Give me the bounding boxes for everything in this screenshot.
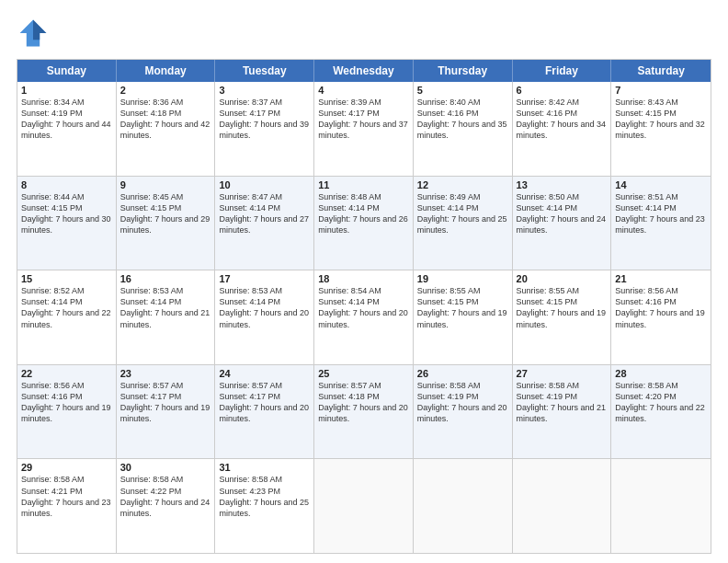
day-number: 7	[615, 85, 707, 96]
day-cell-26: 26Sunrise: 8:58 AMSunset: 4:19 PMDayligh…	[414, 365, 513, 459]
day-cell-28: 28Sunrise: 8:58 AMSunset: 4:20 PMDayligh…	[611, 365, 711, 459]
cell-info: Sunrise: 8:43 AMSunset: 4:15 PMDaylight:…	[615, 97, 707, 142]
day-cell-11: 11Sunrise: 8:48 AMSunset: 4:14 PMDayligh…	[314, 177, 414, 270]
day-cell-14: 14Sunrise: 8:51 AMSunset: 4:14 PMDayligh…	[611, 177, 711, 270]
day-cell-10: 10Sunrise: 8:47 AMSunset: 4:14 PMDayligh…	[215, 177, 314, 270]
cell-info: Sunrise: 8:39 AMSunset: 4:17 PMDaylight:…	[318, 97, 409, 142]
cell-info: Sunrise: 8:57 AMSunset: 4:18 PMDaylight:…	[318, 380, 409, 425]
day-cell-18: 18Sunrise: 8:54 AMSunset: 4:14 PMDayligh…	[314, 270, 414, 364]
day-number: 10	[219, 179, 310, 190]
day-number: 16	[120, 273, 211, 284]
header-day-saturday: Saturday	[611, 60, 711, 82]
cell-info: Sunrise: 8:58 AMSunset: 4:19 PMDaylight:…	[417, 380, 508, 425]
calendar: SundayMondayTuesdayWednesdayThursdayFrid…	[17, 59, 711, 554]
week-row-2: 8Sunrise: 8:44 AMSunset: 4:15 PMDaylight…	[17, 176, 711, 270]
header-day-friday: Friday	[513, 60, 612, 82]
day-cell-3: 3Sunrise: 8:37 AMSunset: 4:17 PMDaylight…	[215, 82, 314, 176]
cell-info: Sunrise: 8:57 AMSunset: 4:17 PMDaylight:…	[219, 380, 310, 425]
calendar-body: 1Sunrise: 8:34 AMSunset: 4:19 PMDaylight…	[17, 82, 711, 553]
logo	[17, 17, 53, 50]
day-number: 29	[21, 462, 112, 473]
cell-info: Sunrise: 8:44 AMSunset: 4:15 PMDaylight:…	[21, 191, 112, 236]
empty-cell-4-4	[414, 459, 513, 553]
day-cell-8: 8Sunrise: 8:44 AMSunset: 4:15 PMDaylight…	[17, 177, 117, 270]
day-cell-27: 27Sunrise: 8:58 AMSunset: 4:19 PMDayligh…	[513, 365, 612, 459]
day-number: 28	[615, 368, 707, 379]
day-number: 21	[615, 273, 707, 284]
cell-info: Sunrise: 8:47 AMSunset: 4:14 PMDaylight:…	[219, 191, 310, 236]
day-cell-29: 29Sunrise: 8:58 AMSunset: 4:21 PMDayligh…	[17, 459, 117, 553]
header-day-thursday: Thursday	[414, 60, 513, 82]
cell-info: Sunrise: 8:37 AMSunset: 4:17 PMDaylight:…	[219, 97, 310, 142]
day-number: 27	[517, 368, 608, 379]
day-cell-19: 19Sunrise: 8:55 AMSunset: 4:15 PMDayligh…	[414, 270, 513, 364]
day-number: 22	[21, 368, 112, 379]
cell-info: Sunrise: 8:57 AMSunset: 4:17 PMDaylight:…	[120, 380, 211, 425]
day-number: 20	[517, 273, 608, 284]
cell-info: Sunrise: 8:48 AMSunset: 4:14 PMDaylight:…	[318, 191, 409, 236]
empty-cell-4-6	[611, 459, 711, 553]
day-number: 6	[517, 85, 608, 96]
day-number: 9	[120, 179, 211, 190]
cell-info: Sunrise: 8:34 AMSunset: 4:19 PMDaylight:…	[21, 97, 112, 142]
cell-info: Sunrise: 8:54 AMSunset: 4:14 PMDaylight:…	[318, 285, 409, 330]
day-number: 31	[219, 462, 310, 473]
day-number: 18	[318, 273, 409, 284]
cell-info: Sunrise: 8:52 AMSunset: 4:14 PMDaylight:…	[21, 285, 112, 330]
day-cell-20: 20Sunrise: 8:55 AMSunset: 4:15 PMDayligh…	[513, 270, 612, 364]
svg-marker-1	[33, 20, 46, 40]
week-row-1: 1Sunrise: 8:34 AMSunset: 4:19 PMDaylight…	[17, 82, 711, 176]
cell-info: Sunrise: 8:58 AMSunset: 4:23 PMDaylight:…	[219, 474, 310, 519]
header-day-tuesday: Tuesday	[215, 60, 314, 82]
week-row-3: 15Sunrise: 8:52 AMSunset: 4:14 PMDayligh…	[17, 270, 711, 364]
cell-info: Sunrise: 8:36 AMSunset: 4:18 PMDaylight:…	[120, 97, 211, 142]
day-number: 8	[21, 179, 112, 190]
cell-info: Sunrise: 8:42 AMSunset: 4:16 PMDaylight:…	[517, 97, 608, 142]
day-cell-30: 30Sunrise: 8:58 AMSunset: 4:22 PMDayligh…	[117, 459, 216, 553]
day-number: 14	[615, 179, 707, 190]
day-cell-2: 2Sunrise: 8:36 AMSunset: 4:18 PMDaylight…	[117, 82, 216, 176]
cell-info: Sunrise: 8:56 AMSunset: 4:16 PMDaylight:…	[21, 380, 112, 425]
day-number: 5	[417, 85, 508, 96]
day-cell-13: 13Sunrise: 8:50 AMSunset: 4:14 PMDayligh…	[513, 177, 612, 270]
week-row-4: 22Sunrise: 8:56 AMSunset: 4:16 PMDayligh…	[17, 364, 711, 459]
cell-info: Sunrise: 8:55 AMSunset: 4:15 PMDaylight:…	[417, 285, 508, 330]
day-cell-21: 21Sunrise: 8:56 AMSunset: 4:16 PMDayligh…	[611, 270, 711, 364]
day-number: 24	[219, 368, 310, 379]
day-cell-9: 9Sunrise: 8:45 AMSunset: 4:15 PMDaylight…	[117, 177, 216, 270]
cell-info: Sunrise: 8:58 AMSunset: 4:20 PMDaylight:…	[615, 380, 707, 425]
cell-info: Sunrise: 8:40 AMSunset: 4:16 PMDaylight:…	[417, 97, 508, 142]
day-number: 1	[21, 85, 112, 96]
day-cell-25: 25Sunrise: 8:57 AMSunset: 4:18 PMDayligh…	[314, 365, 414, 459]
header-day-wednesday: Wednesday	[314, 60, 414, 82]
logo-icon	[17, 17, 50, 50]
calendar-header: SundayMondayTuesdayWednesdayThursdayFrid…	[17, 60, 711, 82]
day-number: 2	[120, 85, 211, 96]
header-day-sunday: Sunday	[17, 60, 117, 82]
empty-cell-4-5	[513, 459, 612, 553]
cell-info: Sunrise: 8:51 AMSunset: 4:14 PMDaylight:…	[615, 191, 707, 236]
day-number: 15	[21, 273, 112, 284]
cell-info: Sunrise: 8:45 AMSunset: 4:15 PMDaylight:…	[120, 191, 211, 236]
day-number: 19	[417, 273, 508, 284]
day-cell-4: 4Sunrise: 8:39 AMSunset: 4:17 PMDaylight…	[314, 82, 414, 176]
day-number: 12	[417, 179, 508, 190]
day-cell-17: 17Sunrise: 8:53 AMSunset: 4:14 PMDayligh…	[215, 270, 314, 364]
cell-info: Sunrise: 8:49 AMSunset: 4:14 PMDaylight:…	[417, 191, 508, 236]
cell-info: Sunrise: 8:50 AMSunset: 4:14 PMDaylight:…	[517, 191, 608, 236]
empty-cell-4-3	[314, 459, 414, 553]
day-cell-6: 6Sunrise: 8:42 AMSunset: 4:16 PMDaylight…	[513, 82, 612, 176]
day-number: 30	[120, 462, 211, 473]
page: SundayMondayTuesdayWednesdayThursdayFrid…	[0, 0, 728, 563]
day-number: 11	[318, 179, 409, 190]
day-cell-24: 24Sunrise: 8:57 AMSunset: 4:17 PMDayligh…	[215, 365, 314, 459]
day-cell-31: 31Sunrise: 8:58 AMSunset: 4:23 PMDayligh…	[215, 459, 314, 553]
day-number: 3	[219, 85, 310, 96]
day-number: 26	[417, 368, 508, 379]
cell-info: Sunrise: 8:53 AMSunset: 4:14 PMDaylight:…	[219, 285, 310, 330]
cell-info: Sunrise: 8:53 AMSunset: 4:14 PMDaylight:…	[120, 285, 211, 330]
day-number: 25	[318, 368, 409, 379]
day-number: 17	[219, 273, 310, 284]
header	[17, 17, 711, 50]
day-cell-7: 7Sunrise: 8:43 AMSunset: 4:15 PMDaylight…	[611, 82, 711, 176]
